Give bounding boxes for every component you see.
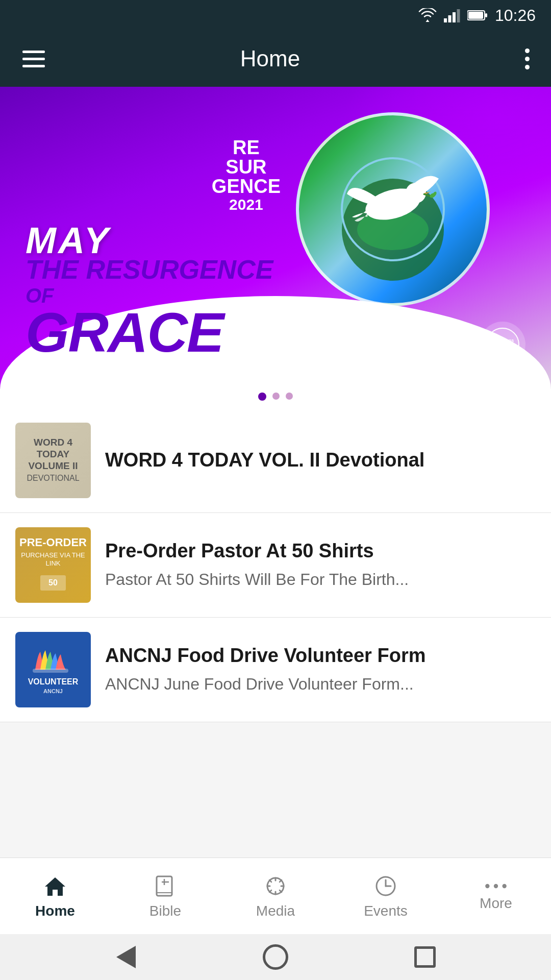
resurgence-badge: RESURGENCE 2021 xyxy=(212,138,281,213)
banner-line1: THE RESURGENCE xyxy=(26,255,273,284)
preorder-content: Pre-Order Pastor At 50 Shirts Pastor At … xyxy=(105,540,536,590)
bible-nav-label: Bible xyxy=(149,903,181,919)
hamburger-menu-button[interactable] xyxy=(18,46,49,71)
banner-logo: all nations CHURCH NEW JERSEY xyxy=(480,322,525,368)
list-item[interactable]: VOLUNTEER ANCNJ ANCNJ Food Drive Volunte… xyxy=(0,618,551,722)
svg-text:all nations: all nations xyxy=(491,338,514,343)
preorder-subtitle: Pastor At 50 Shirts Will Be For The Birt… xyxy=(105,569,536,591)
status-bar: 10:26 xyxy=(0,0,551,31)
preorder-title: Pre-Order Pastor At 50 Shirts xyxy=(105,540,536,563)
svg-rect-2 xyxy=(453,12,456,22)
fooddrive-thumbnail: VOLUNTEER ANCNJ xyxy=(15,632,91,707)
wifi-icon xyxy=(418,8,437,22)
banner-dot-1 xyxy=(258,393,266,401)
nav-item-home[interactable]: Home xyxy=(0,858,110,934)
bottom-navigation: Home Bible Media xyxy=(0,857,551,934)
status-time: 10:26 xyxy=(495,6,536,25)
nav-item-more[interactable]: More xyxy=(441,858,551,934)
svg-point-31 xyxy=(485,884,489,888)
home-icon xyxy=(263,944,288,970)
fooddrive-content: ANCNJ Food Drive Volunteer Form ANCNJ Ju… xyxy=(105,644,536,695)
back-icon xyxy=(116,946,136,968)
home-nav-label: Home xyxy=(35,903,75,919)
nav-item-events[interactable]: Events xyxy=(331,858,441,934)
list-item[interactable]: WORD 4 TODAYVOLUME IIDEVOTIONAL WORD 4 T… xyxy=(0,408,551,513)
nav-item-bible[interactable]: Bible xyxy=(110,858,220,934)
svg-text:CHURCH: CHURCH xyxy=(494,345,512,349)
svg-point-32 xyxy=(494,884,498,888)
banner-dots xyxy=(258,393,293,401)
app-bar: Home xyxy=(0,31,551,87)
home-nav-icon xyxy=(42,873,68,899)
system-nav-bar xyxy=(0,934,551,980)
content-list: WORD 4 TODAYVOLUME IIDEVOTIONAL WORD 4 T… xyxy=(0,408,551,722)
all-nations-logo-icon: all nations CHURCH NEW JERSEY xyxy=(485,327,520,362)
more-nav-icon xyxy=(483,881,509,891)
devotional-content: WORD 4 TODAY VOL. II Devotional xyxy=(105,449,536,472)
nav-item-media[interactable]: Media xyxy=(220,858,331,934)
list-item[interactable]: PRE-ORDER PURCHASE VIA THE LINK 50 Pre-O… xyxy=(0,513,551,618)
banner-dot-2 xyxy=(272,393,280,400)
svg-point-33 xyxy=(503,884,507,888)
hero-banner[interactable]: RESURGENCE 2021 MAY THE RESURGENCE OF GR… xyxy=(0,87,551,408)
devotional-title: WORD 4 TODAY VOL. II Devotional xyxy=(105,449,536,472)
page-title: Home xyxy=(64,46,476,71)
fooddrive-title: ANCNJ Food Drive Volunteer Form xyxy=(105,644,536,668)
svg-rect-22 xyxy=(33,669,68,673)
system-home-button[interactable] xyxy=(260,942,291,972)
events-nav-icon xyxy=(373,873,398,899)
preorder-thumbnail: PRE-ORDER PURCHASE VIA THE LINK 50 xyxy=(15,527,91,603)
bible-nav-icon xyxy=(153,873,178,899)
svg-rect-3 xyxy=(457,9,460,22)
banner-title: THE RESURGENCE OF GRACE xyxy=(26,255,273,357)
events-nav-label: Events xyxy=(364,903,408,919)
system-back-button[interactable] xyxy=(111,942,141,972)
signal-icon xyxy=(444,8,460,22)
svg-rect-6 xyxy=(485,13,487,17)
recent-icon xyxy=(414,946,436,968)
banner-globe-circle xyxy=(296,112,490,306)
devotional-thumbnail: WORD 4 TODAYVOLUME IIDEVOTIONAL xyxy=(15,423,91,498)
svg-rect-5 xyxy=(468,12,483,19)
banner-dot-3 xyxy=(286,393,293,400)
fooddrive-subtitle: ANCNJ June Food Drive Volunteer Form... xyxy=(105,674,536,695)
overflow-menu-button[interactable] xyxy=(522,45,533,72)
more-nav-label: More xyxy=(480,895,512,912)
svg-text:50: 50 xyxy=(48,578,58,587)
battery-icon xyxy=(467,10,488,21)
svg-rect-0 xyxy=(444,18,447,22)
media-nav-icon xyxy=(263,873,288,899)
banner-line3: GRACE xyxy=(26,307,273,357)
dove-icon xyxy=(321,138,464,281)
media-nav-label: Media xyxy=(256,903,295,919)
svg-rect-1 xyxy=(448,15,451,22)
status-icons: 10:26 xyxy=(418,6,536,25)
system-recent-button[interactable] xyxy=(410,942,440,972)
svg-text:NEW JERSEY: NEW JERSEY xyxy=(491,351,514,354)
